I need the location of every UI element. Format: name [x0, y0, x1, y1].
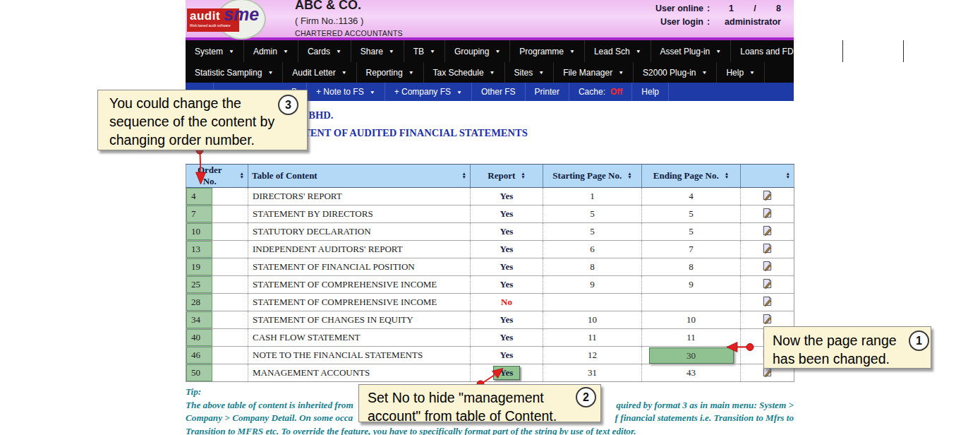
report-toggle[interactable]: No	[501, 297, 512, 307]
order-number-field[interactable]: 25	[186, 276, 212, 293]
firm-type: CHARTERED ACCOUNTANTS	[295, 29, 403, 37]
company-name-fragment: . BHD.	[303, 109, 528, 121]
edit-note-icon[interactable]	[762, 225, 773, 236]
order-cell: 50	[186, 364, 248, 382]
order-number-field[interactable]: 10	[186, 223, 212, 240]
menu-item-printer[interactable]: Printer	[526, 83, 569, 101]
callout-2-text: Set No to hide "management account" from…	[368, 388, 592, 425]
menu-item-admin[interactable]: Admin▼	[244, 40, 298, 62]
report-cell: Yes	[471, 276, 543, 294]
order-number-field[interactable]: 34	[186, 311, 212, 328]
menu-item-cache[interactable]: Cache:Off	[569, 83, 632, 101]
order-number-field[interactable]: 4	[186, 188, 212, 205]
edit-note-icon[interactable]	[762, 261, 773, 271]
table-of-content: Order No. ▲▼ Table of Content ▲▼ Report …	[186, 164, 794, 382]
edit-cell[interactable]	[741, 294, 794, 311]
edit-cell[interactable]	[741, 205, 794, 223]
report-toggle[interactable]: Yes	[500, 208, 514, 219]
order-number-field[interactable]: 19	[186, 258, 212, 275]
menu-item-lead-sch[interactable]: Lead Sch▼	[585, 40, 651, 62]
menu-item-statistic-sampling[interactable]: Statistic Sampling▼	[186, 62, 283, 83]
column-header-actions[interactable]: ▲▼	[741, 165, 794, 188]
table-row: 34STATEMENT OF CHANGES IN EQUITYYes1010	[186, 311, 794, 329]
menu-item-tb[interactable]: TB▼	[404, 40, 445, 62]
column-header-table-of-content[interactable]: Table of Content ▲▼	[248, 165, 471, 188]
ending-page-cell: 7	[642, 241, 741, 258]
content-cell: CASH FLOW STATEMENT	[248, 329, 471, 347]
column-header-report[interactable]: Report ▲▼	[471, 165, 543, 188]
chevron-down-icon: ▼	[336, 49, 341, 54]
table-row: 50MANAGEMENT ACCOUNTSYes3143	[186, 364, 794, 382]
menu-item-s2000-plug-in[interactable]: S2000 Plug-in▼	[634, 62, 717, 83]
menu-item-cards[interactable]: Cards▼	[298, 40, 351, 62]
colon: :	[703, 17, 713, 27]
user-online-label: User online	[655, 4, 703, 13]
sort-icon[interactable]: ▲▼	[786, 172, 790, 179]
column-header-order-no[interactable]: Order No. ▲▼	[186, 165, 248, 188]
report-toggle[interactable]: Yes	[500, 226, 514, 237]
callout-3-badge: 3	[278, 95, 298, 115]
report-toggle[interactable]: Yes	[500, 191, 514, 201]
chevron-down-icon: ▼	[456, 89, 462, 94]
menu-item-note-to-fs[interactable]: + Note to FS▼	[307, 83, 385, 101]
menu-item-label: System	[195, 47, 223, 56]
menu-item-grouping[interactable]: Grouping▼	[445, 40, 510, 62]
starting-page-cell: 9	[543, 276, 642, 294]
edit-note-icon[interactable]	[762, 278, 773, 289]
menu-item-other-fs[interactable]: Other FS	[472, 83, 526, 101]
edit-cell[interactable]	[741, 276, 794, 294]
order-number-field[interactable]: 50	[186, 364, 212, 381]
menu-item-reporting[interactable]: Reporting▼	[357, 62, 424, 83]
report-toggle[interactable]: Yes	[500, 279, 514, 290]
edit-note-icon[interactable]	[762, 243, 773, 254]
order-cell: 40	[186, 329, 248, 347]
chevron-down-icon: ▼	[409, 70, 414, 75]
menu-item-audit-letter[interactable]: Audit Letter▼	[283, 62, 356, 83]
starting-page-cell: 6	[543, 241, 642, 258]
menu-item-process[interactable]: Process▼	[843, 40, 904, 62]
menu-item-system[interactable]: System▼	[186, 40, 244, 62]
column-header-ending-page[interactable]: Ending Page No. ▲▼	[642, 165, 741, 188]
report-toggle[interactable]: Yes	[500, 244, 514, 254]
application-window: audit Web based audit software sme ABC &…	[186, 0, 794, 435]
menu-item-help[interactable]: Help	[632, 83, 669, 101]
menu-item-share[interactable]: Share▼	[351, 40, 404, 62]
report-toggle[interactable]: Yes	[500, 261, 514, 272]
edit-cell[interactable]	[741, 188, 794, 205]
sort-icon[interactable]: ▲▼	[462, 172, 466, 179]
chevron-down-icon: ▼	[569, 49, 575, 54]
report-toggle[interactable]: Yes	[500, 332, 514, 342]
order-number-field[interactable]: 28	[186, 294, 212, 311]
menu-item-tax-schedule[interactable]: Tax Schedule▼	[424, 62, 505, 83]
menu-item-loans-and-fd-plug-in[interactable]: Loans and FD Plug-in▼	[731, 40, 843, 62]
edit-note-icon[interactable]	[762, 190, 773, 201]
edit-cell[interactable]	[741, 258, 794, 276]
callout-1: Now the page range has been changed. 1	[763, 326, 931, 369]
order-number-field[interactable]: 40	[186, 329, 212, 346]
order-number-field[interactable]: 46	[186, 347, 212, 364]
sort-icon[interactable]: ▲▼	[627, 172, 631, 179]
order-number-field[interactable]: 13	[186, 241, 212, 258]
menu-item-file-manager[interactable]: File Manager▼	[554, 62, 634, 83]
report-toggle[interactable]: Yes	[493, 366, 521, 380]
edit-note-icon[interactable]	[762, 314, 773, 324]
sort-icon[interactable]: ▲▼	[725, 172, 729, 179]
column-header-starting-page[interactable]: Starting Page No. ▲▼	[543, 165, 642, 188]
edit-cell[interactable]	[741, 223, 794, 241]
table-row: 19STATEMENT OF FINANCIAL POSITIONYes88	[186, 258, 794, 276]
menu-item-company-fs[interactable]: + Company FS▼	[385, 83, 472, 101]
menu-item-sites[interactable]: Sites▼	[505, 62, 555, 83]
menu-item-programme[interactable]: Programme▼	[510, 40, 585, 62]
order-number-field[interactable]: 7	[186, 205, 212, 222]
chevron-down-icon: ▼	[889, 49, 895, 54]
ending-page-cell: 11	[642, 329, 741, 347]
edit-cell[interactable]	[741, 241, 794, 258]
report-toggle[interactable]: Yes	[500, 350, 514, 360]
report-toggle[interactable]: Yes	[500, 314, 514, 325]
menu-item-help[interactable]: Help▼	[717, 62, 765, 83]
edit-note-icon[interactable]	[762, 296, 773, 306]
edit-note-icon[interactable]	[762, 208, 773, 218]
sort-icon[interactable]: ▲▼	[521, 172, 525, 179]
menu-item-asset-plug-in[interactable]: Asset Plug-in▼	[651, 40, 732, 62]
sort-icon[interactable]: ▲▼	[240, 172, 244, 179]
